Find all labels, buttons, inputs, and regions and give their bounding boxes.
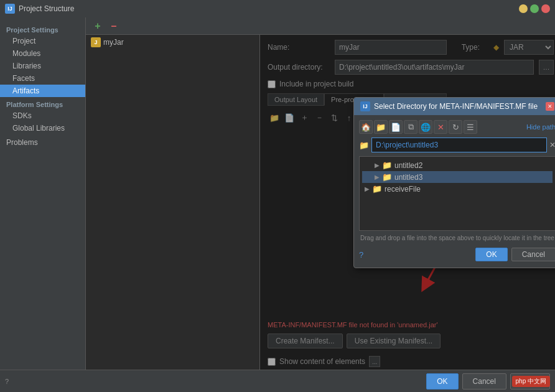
select-directory-dialog: IJ Select Directory for META-INF/MANIFES… (353, 97, 555, 268)
modal-titlebar: IJ Select Directory for META-INF/MANIFES… (354, 98, 555, 115)
sidebar-item-libraries[interactable]: Libraries (0, 60, 85, 72)
modal-file-button[interactable]: 📄 (389, 120, 403, 134)
modal-delete-button[interactable]: ✕ (434, 120, 447, 134)
modal-tree: ▶ 📁 untitled2 ▶ 📁 untitled3 (359, 156, 555, 231)
modal-overlay: IJ Select Directory for META-INF/MANIFES… (260, 35, 555, 370)
settings-wrapper: Name: Type: ◆ JAR Output directory: (260, 35, 555, 370)
bottom-bar: ? OK Cancel Apply (0, 370, 555, 392)
modal-close-button[interactable]: ✕ (546, 102, 554, 111)
folder-icon: 📁 (382, 172, 392, 182)
ok-button[interactable]: OK (426, 373, 458, 390)
tree-arrow-icon: ▶ (365, 185, 370, 192)
modal-tree-item-untitled3[interactable]: ▶ 📁 untitled3 (362, 171, 553, 183)
modal-copy-button[interactable]: ⧉ (404, 120, 417, 134)
sidebar-item-project[interactable]: Project (0, 35, 85, 47)
watermark: php 中文网 (512, 376, 550, 387)
platform-settings-section: Platform Settings (0, 97, 85, 110)
tree-arrow-icon: ▶ (375, 174, 380, 180)
tree-arrow-icon: ▶ (375, 162, 380, 169)
modal-path-folder-icon: 📁 (359, 141, 369, 150)
modal-cancel-button[interactable]: Cancel (511, 248, 555, 261)
sidebar-item-global-libraries[interactable]: Global Libraries (0, 122, 85, 134)
folder-icon: 📁 (382, 161, 392, 170)
modal-footer: ? OK Cancel (359, 245, 555, 263)
sidebar-item-artifacts[interactable]: Artifacts (0, 85, 85, 97)
modal-path-row: 📁 ✕ (359, 138, 555, 152)
add-artifact-button[interactable]: + (91, 19, 105, 33)
modal-home-button[interactable]: 🏠 (359, 120, 373, 134)
modal-body: 🏠 📁 📄 ⧉ 🌐 ✕ ↻ ☰ Hide path (354, 115, 555, 268)
app-icon: IJ (5, 4, 15, 14)
remove-artifact-button[interactable]: – (107, 19, 121, 33)
jar-icon: J (91, 37, 101, 47)
modal-icon: IJ (360, 101, 370, 111)
folder-icon: 📁 (372, 184, 382, 194)
modal-list-button[interactable]: ☰ (464, 120, 477, 134)
content-area: + – J myJar Name: Type: (86, 17, 555, 370)
artifact-toolbar: + – (86, 17, 555, 35)
artifact-name-label: myJar (103, 38, 124, 47)
modal-path-clear-button[interactable]: ✕ (549, 141, 555, 149)
modal-tree-item-receivefile[interactable]: ▶ 📁 receiveFile (362, 183, 553, 195)
modal-ok-button[interactable]: OK (475, 248, 507, 261)
modal-help-button[interactable]: ? (359, 250, 363, 259)
window-title: Project Structure (19, 4, 74, 13)
maximize-button[interactable] (530, 4, 539, 13)
split-pane: J myJar Name: Type: ◆ (86, 35, 555, 370)
close-button[interactable] (541, 4, 550, 13)
modal-toolbar: 🏠 📁 📄 ⧉ 🌐 ✕ ↻ ☰ Hide path (359, 120, 555, 134)
modal-refresh-button[interactable]: ↻ (449, 120, 462, 134)
modal-path-input[interactable] (371, 138, 547, 152)
modal-hint: Drag and drop a file into the space abov… (359, 235, 555, 241)
modal-network-button[interactable]: 🌐 (419, 120, 432, 134)
modal-tree-item-untitled2[interactable]: ▶ 📁 untitled2 (362, 159, 553, 171)
hide-path-link[interactable]: Hide path (526, 123, 555, 131)
window-controls (519, 4, 550, 13)
main-layout: Project Settings Project Modules Librari… (0, 17, 555, 370)
project-settings-section: Project Settings (0, 22, 85, 35)
minimize-button[interactable] (519, 4, 528, 13)
title-bar: IJ Project Structure (0, 0, 555, 17)
sidebar-item-problems[interactable]: Problems (0, 134, 85, 149)
help-icon[interactable]: ? (5, 378, 9, 385)
sidebar-item-sdks[interactable]: SDKs (0, 110, 85, 122)
artifact-list-item[interactable]: J myJar (86, 35, 259, 50)
modal-title: Select Directory for META-INF/MANIFEST.M… (374, 102, 542, 111)
cancel-button[interactable]: Cancel (462, 373, 506, 390)
sidebar-item-modules[interactable]: Modules (0, 47, 85, 60)
sidebar-item-facets[interactable]: Facets (0, 72, 85, 85)
modal-folder-button[interactable]: 📁 (374, 120, 388, 134)
artifact-list: J myJar (86, 35, 260, 370)
sidebar: Project Settings Project Modules Librari… (0, 17, 86, 370)
